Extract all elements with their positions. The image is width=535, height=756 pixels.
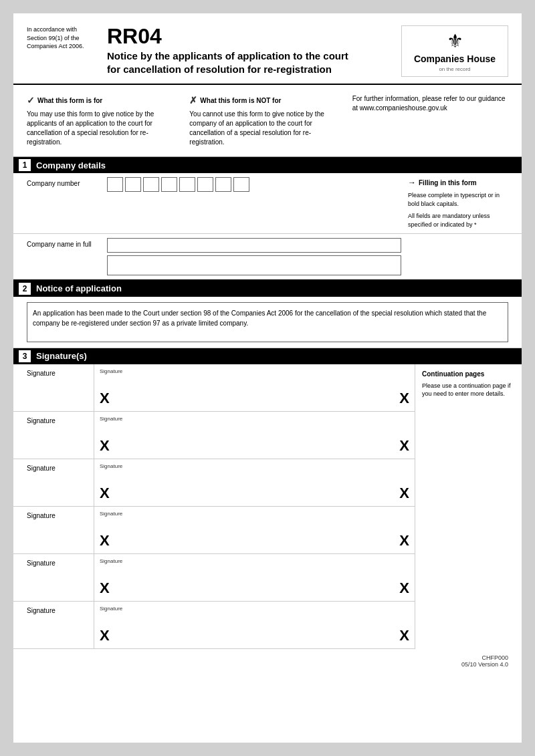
crest-icon: ⚜ bbox=[447, 30, 463, 52]
company-number-label: Company number bbox=[27, 177, 107, 187]
company-name-label: Company name in full bbox=[27, 238, 107, 248]
info-col-1: ✓ What this form is for You may use this… bbox=[27, 94, 183, 148]
signature-row-4: Signature Signature X X bbox=[13, 554, 415, 602]
filling-info-text1: Please complete in typescript or in bold… bbox=[408, 191, 508, 208]
sig-field-4[interactable]: Signature X X bbox=[94, 554, 415, 601]
company-name-input-2[interactable] bbox=[107, 255, 401, 275]
filling-info-title: → Filling in this form bbox=[408, 177, 508, 188]
filling-info-text2: All fields are mandatory unless specifie… bbox=[408, 212, 508, 229]
signature-row-3: Signature Signature X X bbox=[13, 507, 415, 554]
info-col1-title: ✓ What this form is for bbox=[27, 94, 183, 108]
footer: CHFP000 05/10 Version 4.0 bbox=[13, 649, 522, 673]
info-col-2: ✗ What this form is NOT for You cannot u… bbox=[189, 94, 345, 148]
section2-number: 2 bbox=[19, 283, 31, 295]
company-name-field bbox=[107, 238, 401, 275]
form-code: RR04 bbox=[107, 25, 401, 47]
sig-x-left-5: X bbox=[100, 627, 110, 644]
sig-field-label-2: Signature bbox=[100, 463, 409, 469]
cn-box-6[interactable] bbox=[197, 177, 213, 192]
sig-field-0[interactable]: Signature X X bbox=[94, 364, 415, 411]
tick-icon: ✓ bbox=[27, 94, 35, 108]
logo-sub: on the record bbox=[439, 66, 470, 72]
sig-field-5[interactable]: Signature X X bbox=[94, 602, 415, 648]
signature-row-5: Signature Signature X X bbox=[13, 602, 415, 649]
cn-box-4[interactable] bbox=[161, 177, 177, 192]
notice-section: An application has been made to the Cour… bbox=[13, 297, 522, 348]
info-col2-text: You cannot use this form to give notice … bbox=[189, 110, 345, 147]
signature-row-0: Signature Signature X X bbox=[13, 364, 415, 412]
company-number-row: Company number → Filling in this form Pl… bbox=[13, 173, 522, 233]
header-meta: In accordance with Section 99(1) of the … bbox=[27, 25, 100, 51]
sig-label-3: Signature bbox=[13, 507, 94, 553]
sig-label-2: Signature bbox=[13, 459, 94, 506]
sig-field-1[interactable]: Signature X X bbox=[94, 412, 415, 459]
section2-header: 2 Notice of application bbox=[13, 281, 522, 297]
sig-field-label-3: Signature bbox=[100, 511, 409, 517]
sig-x-right-0: X bbox=[399, 390, 409, 407]
company-number-field bbox=[107, 177, 401, 192]
footer-version: 05/10 Version 4.0 bbox=[27, 661, 508, 668]
section3-header: 3 Signature(s) bbox=[13, 348, 522, 364]
sig-field-3[interactable]: Signature X X bbox=[94, 507, 415, 553]
form-title: Notice by the applicants of application … bbox=[107, 49, 401, 76]
sig-x-right-4: X bbox=[399, 580, 409, 597]
sig-x-right-1: X bbox=[399, 437, 409, 455]
sig-field-2[interactable]: Signature X X bbox=[94, 459, 415, 506]
notice-text: An application has been made to the Cour… bbox=[27, 302, 508, 342]
info-col1-text: You may use this form to give notice by … bbox=[27, 110, 183, 147]
cn-box-5[interactable] bbox=[179, 177, 195, 192]
cn-box-8[interactable] bbox=[233, 177, 249, 192]
companies-house-logo: ⚜ Companies House on the record bbox=[401, 25, 508, 77]
section3-number: 3 bbox=[19, 350, 31, 362]
sig-label-4: Signature bbox=[13, 554, 94, 601]
form-title-line1: Notice by the applicants of application … bbox=[107, 50, 348, 61]
continuation-text: Please use a continuation page if you ne… bbox=[422, 382, 515, 398]
filling-info: → Filling in this form Please complete i… bbox=[401, 177, 508, 229]
signature-row-2: Signature Signature X X bbox=[13, 459, 415, 507]
cn-box-1[interactable] bbox=[107, 177, 123, 192]
sig-x-right-3: X bbox=[399, 532, 409, 549]
signature-row-1: Signature Signature X X bbox=[13, 412, 415, 459]
cn-box-2[interactable] bbox=[125, 177, 141, 192]
sig-label-0: Signature bbox=[13, 364, 94, 411]
sig-x-left-3: X bbox=[100, 532, 110, 549]
section2-title: Notice of application bbox=[36, 283, 122, 293]
sig-label-1: Signature bbox=[13, 412, 94, 459]
form-title-line2: for cancellation of resolution for re-re… bbox=[107, 64, 332, 75]
header: In accordance with Section 99(1) of the … bbox=[13, 13, 522, 85]
info-col2-title: ✗ What this form is NOT for bbox=[189, 94, 345, 108]
page: In accordance with Section 99(1) of the … bbox=[13, 13, 522, 743]
section3-title: Signature(s) bbox=[36, 351, 87, 361]
footer-code: CHFP000 bbox=[27, 654, 508, 661]
section1-title: Company details bbox=[36, 160, 106, 170]
sig-field-label-5: Signature bbox=[100, 606, 409, 612]
company-number-boxes bbox=[107, 177, 401, 192]
arrow-icon: → bbox=[408, 177, 416, 188]
info-col-3: For further information, please refer to… bbox=[352, 94, 508, 148]
signatures-left: Signature Signature X X Signature Signat… bbox=[13, 364, 415, 649]
sig-x-left-2: X bbox=[100, 485, 110, 502]
sig-field-label-0: Signature bbox=[100, 368, 409, 374]
sig-x-right-5: X bbox=[399, 627, 409, 644]
continuation-info: Continuation pages Please use a continua… bbox=[415, 364, 522, 649]
cn-box-7[interactable] bbox=[215, 177, 231, 192]
sig-x-left-4: X bbox=[100, 580, 110, 597]
sig-x-right-2: X bbox=[399, 485, 409, 502]
sig-field-label-4: Signature bbox=[100, 558, 409, 564]
sig-field-label-1: Signature bbox=[100, 416, 409, 422]
signatures-area: Signature Signature X X Signature Signat… bbox=[13, 364, 522, 649]
header-title-block: RR04 Notice by the applicants of applica… bbox=[100, 25, 401, 76]
section1-number: 1 bbox=[19, 159, 31, 171]
info-section: ✓ What this form is for You may use this… bbox=[13, 85, 522, 158]
sig-label-5: Signature bbox=[13, 602, 94, 648]
cross-icon: ✗ bbox=[189, 94, 197, 108]
company-name-input[interactable] bbox=[107, 238, 401, 253]
logo-name: Companies House bbox=[414, 53, 496, 65]
company-name-row: Company name in full bbox=[13, 234, 522, 281]
cn-box-3[interactable] bbox=[143, 177, 159, 192]
sig-x-left-1: X bbox=[100, 437, 110, 455]
info-col3-text: For further information, please refer to… bbox=[352, 94, 508, 113]
section1-header: 1 Company details bbox=[13, 157, 522, 173]
sig-x-left-0: X bbox=[100, 390, 110, 407]
continuation-title: Continuation pages bbox=[422, 370, 515, 379]
